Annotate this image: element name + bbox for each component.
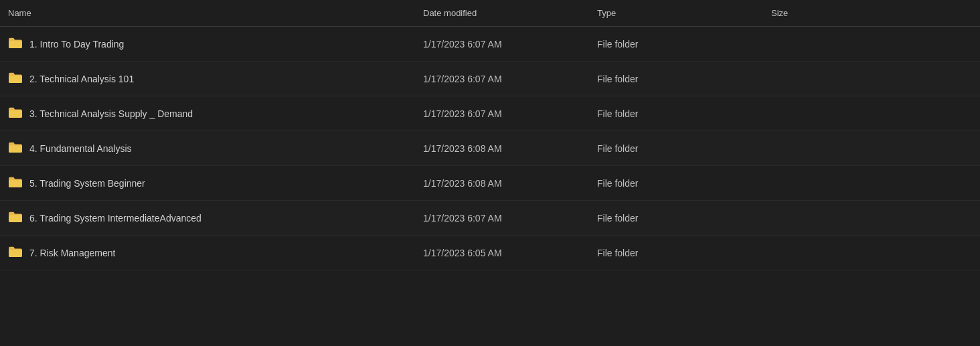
- col-name: 7. Risk Management: [0, 246, 415, 260]
- col-type: File folder: [589, 248, 763, 258]
- file-name: 7. Risk Management: [29, 248, 115, 258]
- table-row[interactable]: 4. Fundamental Analysis1/17/2023 6:08 AM…: [0, 131, 980, 166]
- folder-icon: [8, 72, 23, 86]
- table-header: Name Date modified Type Size: [0, 0, 980, 27]
- file-name: 3. Technical Analysis Supply _ Demand: [29, 108, 193, 119]
- col-date-modified: 1/17/2023 6:08 AM: [415, 143, 589, 154]
- col-type: File folder: [589, 74, 763, 84]
- folder-icon: [8, 176, 23, 190]
- folder-icon: [8, 246, 23, 260]
- folder-icon: [8, 141, 23, 155]
- file-explorer: Name Date modified Type Size 1. Intro To…: [0, 0, 980, 346]
- col-name: 2. Technical Analysis 101: [0, 72, 415, 86]
- folder-icon: [8, 37, 23, 51]
- col-date-modified: 1/17/2023 6:05 AM: [415, 248, 589, 258]
- folder-icon: [8, 211, 23, 225]
- file-name: 2. Technical Analysis 101: [29, 74, 134, 84]
- col-header-size[interactable]: Size: [763, 4, 884, 22]
- col-name: 4. Fundamental Analysis: [0, 141, 415, 155]
- col-header-name[interactable]: Name: [0, 4, 415, 22]
- col-type: File folder: [589, 39, 763, 50]
- col-type: File folder: [589, 213, 763, 224]
- file-name: 1. Intro To Day Trading: [29, 39, 124, 50]
- table-row[interactable]: 5. Trading System Beginner1/17/2023 6:08…: [0, 166, 980, 201]
- table-row[interactable]: 1. Intro To Day Trading1/17/2023 6:07 AM…: [0, 27, 980, 62]
- col-date-modified: 1/17/2023 6:07 AM: [415, 213, 589, 224]
- col-type: File folder: [589, 108, 763, 119]
- col-name: 6. Trading System IntermediateAdvanced: [0, 211, 415, 225]
- file-name: 5. Trading System Beginner: [29, 178, 145, 189]
- col-name: 5. Trading System Beginner: [0, 176, 415, 190]
- table-body: 1. Intro To Day Trading1/17/2023 6:07 AM…: [0, 27, 980, 346]
- table-row[interactable]: 2. Technical Analysis 1011/17/2023 6:07 …: [0, 62, 980, 96]
- col-name: 1. Intro To Day Trading: [0, 37, 415, 51]
- col-name: 3. Technical Analysis Supply _ Demand: [0, 106, 415, 120]
- col-date-modified: 1/17/2023 6:07 AM: [415, 39, 589, 50]
- col-header-type[interactable]: Type: [589, 4, 763, 22]
- table-row[interactable]: 6. Trading System IntermediateAdvanced1/…: [0, 201, 980, 236]
- table-row[interactable]: 7. Risk Management1/17/2023 6:05 AMFile …: [0, 236, 980, 270]
- col-header-date[interactable]: Date modified: [415, 4, 589, 22]
- file-name: 6. Trading System IntermediateAdvanced: [29, 213, 201, 224]
- col-type: File folder: [589, 143, 763, 154]
- folder-icon: [8, 106, 23, 120]
- col-header-extra: [884, 4, 980, 22]
- file-name: 4. Fundamental Analysis: [29, 143, 132, 154]
- col-date-modified: 1/17/2023 6:07 AM: [415, 108, 589, 119]
- table-row[interactable]: 3. Technical Analysis Supply _ Demand1/1…: [0, 96, 980, 131]
- col-type: File folder: [589, 178, 763, 189]
- col-date-modified: 1/17/2023 6:07 AM: [415, 74, 589, 84]
- col-date-modified: 1/17/2023 6:08 AM: [415, 178, 589, 189]
